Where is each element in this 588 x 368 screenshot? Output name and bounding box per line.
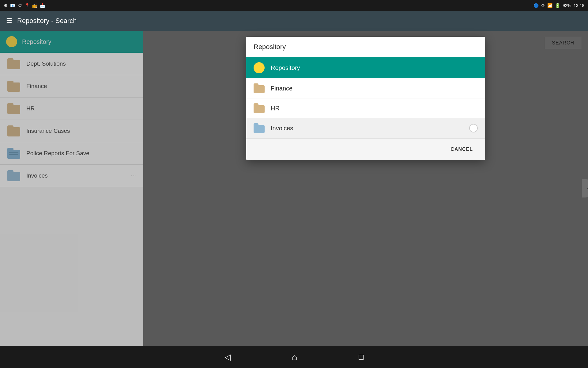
modal-radio-invoices	[469, 124, 478, 132]
folder-icon-police-reports	[7, 148, 20, 159]
modal-folder-icon-invoices	[254, 123, 265, 133]
sidebar-item-label-police-reports: Police Reports For Save	[26, 150, 136, 157]
modal-item-label-hr: HR	[271, 105, 478, 112]
tray-icon-2: 📧	[10, 3, 15, 8]
status-bar-left: ⚙ 📧 🛡 📍 📻 📩	[4, 3, 45, 8]
modal-item-repository[interactable]: Repository	[246, 57, 485, 79]
sidebar-item-label-dept-solutions: Dept. Solutions	[26, 60, 136, 67]
toolbar-title: Repository - Search	[17, 17, 77, 25]
sidebar-repo-dot	[6, 36, 17, 47]
modal-item-invoices[interactable]: Invoices	[246, 118, 485, 138]
sidebar-item-dept-solutions[interactable]: Dept. Solutions	[0, 53, 143, 75]
modal-item-hr[interactable]: HR	[246, 98, 485, 118]
battery-percent: 92%	[563, 3, 571, 8]
modal-repo-circle	[254, 62, 265, 73]
sidebar: Repository Dept. Solutions Finance	[0, 31, 143, 346]
cancel-button[interactable]: CANCEL	[446, 144, 478, 155]
sidebar-item-label-hr: HR	[26, 105, 136, 112]
modal-item-label-repository: Repository	[271, 64, 478, 71]
content-area: Repository Dept. Solutions Finance	[0, 31, 588, 346]
tray-icon-3: 🛡	[18, 3, 22, 8]
sidebar-item-invoices[interactable]: Invoices ···	[0, 165, 143, 187]
sidebar-repo-header[interactable]: Repository	[0, 31, 143, 53]
folder-icon-finance	[7, 81, 20, 92]
sidebar-item-label-invoices: Invoices	[26, 172, 124, 179]
hamburger-menu-icon[interactable]: ☰	[6, 17, 12, 25]
modal-overlay: Repository Repository	[143, 31, 588, 346]
sidebar-repo-label: Repository	[22, 38, 51, 45]
tray-icon-5: 📻	[32, 3, 37, 8]
modal-item-finance[interactable]: Finance	[246, 79, 485, 98]
sidebar-item-police-reports[interactable]: Police Reports For Save	[0, 142, 143, 165]
modal-title: Repository	[254, 43, 286, 51]
bluetooth-icon: 🔵	[533, 3, 539, 8]
battery-icon: 🔋	[555, 3, 560, 8]
tray-icon-6: 📩	[40, 3, 45, 8]
main-content: SEARCH Repository Repository	[143, 31, 588, 346]
wifi-icon: 📶	[547, 3, 552, 8]
recents-nav-icon[interactable]: □	[359, 352, 364, 362]
modal-title-bar: Repository	[246, 37, 485, 57]
sidebar-item-label-insurance-cases: Insurance Cases	[26, 128, 136, 134]
modal-item-label-finance: Finance	[271, 85, 478, 92]
nav-bar: ◁ ⌂ □	[0, 346, 588, 368]
block-icon: ⊘	[541, 3, 545, 8]
sidebar-item-finance[interactable]: Finance	[0, 75, 143, 98]
tray-icon-1: ⚙	[4, 3, 8, 8]
sidebar-item-hr[interactable]: HR	[0, 98, 143, 120]
modal-footer: CANCEL	[246, 138, 485, 160]
repository-modal: Repository Repository	[246, 37, 485, 160]
folder-icon-invoices	[7, 170, 20, 181]
sidebar-item-more-invoices[interactable]: ···	[130, 172, 136, 180]
modal-folder-icon-hr	[254, 103, 265, 113]
modal-folder-icon-finance	[254, 83, 265, 93]
sidebar-item-label-finance: Finance	[26, 83, 136, 90]
folder-icon-insurance-cases	[7, 125, 20, 136]
status-bar-right: 🔵 ⊘ 📶 🔋 92% 13:18	[533, 3, 584, 8]
modal-item-label-invoices: Invoices	[271, 125, 463, 132]
sidebar-item-insurance-cases[interactable]: Insurance Cases	[0, 120, 143, 142]
app-toolbar: ☰ Repository - Search	[0, 11, 588, 31]
folder-icon-dept-solutions	[7, 58, 20, 69]
home-nav-icon[interactable]: ⌂	[292, 352, 297, 362]
time-display: 13:18	[574, 3, 584, 8]
back-nav-icon[interactable]: ◁	[224, 352, 231, 362]
app-container: ☰ Repository - Search Repository Dept. S…	[0, 11, 588, 346]
folder-icon-hr	[7, 103, 20, 114]
status-bar: ⚙ 📧 🛡 📍 📻 📩 🔵 ⊘ 📶 🔋 92% 13:18	[0, 0, 588, 11]
tray-icon-4: 📍	[24, 3, 30, 8]
modal-list: Repository Finance	[246, 57, 485, 138]
